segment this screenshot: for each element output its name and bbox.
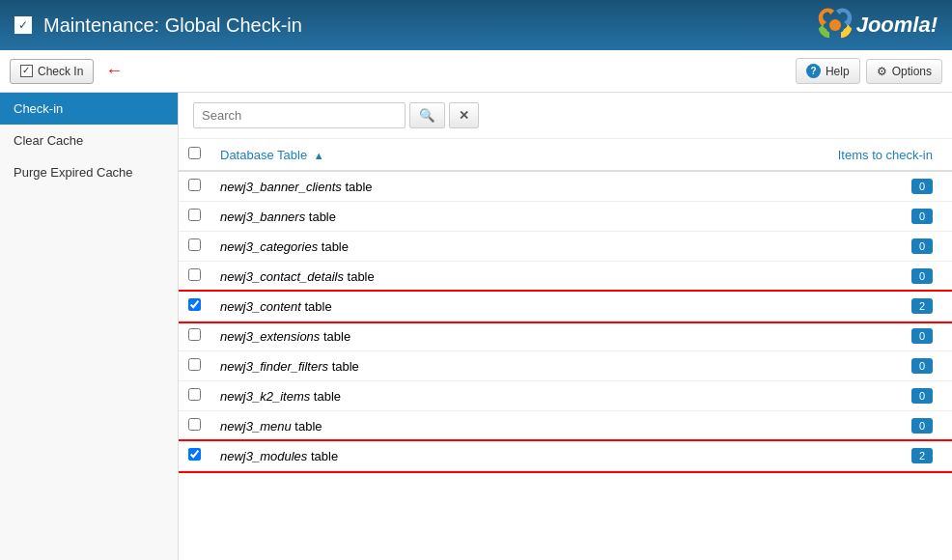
- row-db-name: newj3_modules table: [210, 441, 643, 471]
- row-count-cell: 0: [643, 202, 952, 232]
- row-checkbox[interactable]: [188, 298, 201, 311]
- help-label: Help: [826, 65, 850, 78]
- table-suffix: table: [310, 389, 341, 404]
- sidebar: Check-in Clear Cache Purge Expired Cache: [0, 93, 179, 560]
- search-bar: 🔍 ✕: [179, 93, 952, 139]
- row-checkbox[interactable]: [188, 179, 201, 191]
- header-checkbox-icon: ✓: [14, 16, 32, 34]
- table-suffix: table: [328, 359, 359, 374]
- options-button[interactable]: ⚙ Options: [866, 59, 942, 84]
- row-count-cell: 2: [643, 292, 952, 322]
- row-checkbox[interactable]: [188, 388, 201, 401]
- table-name-text: newj3_k2_items: [220, 389, 310, 404]
- table-name-text: newj3_menu: [220, 419, 292, 434]
- count-badge: 2: [911, 298, 933, 314]
- row-count-cell: 0: [643, 381, 952, 411]
- help-button[interactable]: ? Help: [796, 58, 860, 84]
- count-badge: 0: [911, 238, 933, 254]
- row-count-cell: 2: [643, 441, 952, 471]
- row-count-cell: 0: [643, 232, 952, 262]
- table-row: newj3_extensions table0: [179, 322, 952, 351]
- row-checkbox-cell: [179, 381, 210, 411]
- toolbar-right: ? Help ⚙ Options: [796, 58, 942, 84]
- count-badge: 0: [911, 328, 933, 344]
- table-suffix: table: [320, 329, 350, 344]
- row-count-cell: 0: [643, 262, 952, 292]
- col-header-db[interactable]: Database Table ▲: [210, 139, 643, 171]
- table-suffix: table: [307, 449, 338, 463]
- row-checkbox[interactable]: [188, 448, 201, 461]
- table-row: newj3_content table2: [179, 292, 952, 322]
- count-badge: 0: [911, 388, 933, 404]
- row-checkbox-cell: [179, 441, 210, 471]
- table-name-text: newj3_content: [220, 299, 301, 314]
- help-icon: ?: [806, 64, 821, 78]
- sidebar-item-purge-expired[interactable]: Purge Expired Cache: [0, 156, 178, 188]
- table-row: newj3_categories table0: [179, 232, 952, 262]
- clear-icon: ✕: [459, 108, 469, 123]
- select-all-checkbox[interactable]: [188, 147, 201, 159]
- table-row: newj3_banners table0: [179, 202, 952, 232]
- checkin-button[interactable]: ✓ Check In: [10, 59, 94, 84]
- table-row: newj3_k2_items table0: [179, 381, 952, 411]
- row-checkbox[interactable]: [188, 268, 201, 281]
- row-checkbox-cell: [179, 411, 210, 441]
- table-name-text: newj3_contact_details: [220, 269, 344, 284]
- row-checkbox-cell: [179, 322, 210, 351]
- count-badge: 0: [911, 358, 933, 374]
- col-header-checkbox[interactable]: [179, 139, 210, 171]
- table-name-text: newj3_modules: [220, 449, 307, 463]
- row-count-cell: 0: [643, 351, 952, 381]
- table-name-text: newj3_banner_clients: [220, 180, 342, 194]
- row-db-name: newj3_menu table: [210, 411, 643, 441]
- row-checkbox[interactable]: [188, 358, 201, 371]
- table-name-text: newj3_banners: [220, 210, 305, 224]
- row-count-cell: 0: [643, 171, 952, 202]
- table-suffix: table: [342, 180, 373, 194]
- header-left: ✓ Maintenance: Global Check-in: [14, 14, 302, 37]
- table-suffix: table: [292, 419, 322, 434]
- clear-search-button[interactable]: ✕: [449, 102, 479, 128]
- row-db-name: newj3_content table: [210, 292, 643, 322]
- joomla-logo: Joomla!: [818, 8, 938, 42]
- col-db-label: Database Table: [220, 148, 307, 162]
- count-badge: 0: [911, 418, 933, 434]
- table-row: newj3_menu table0: [179, 411, 952, 441]
- row-count-cell: 0: [643, 322, 952, 351]
- sidebar-item-label: Purge Expired Cache: [14, 165, 133, 180]
- joomla-icon: [818, 8, 853, 42]
- sidebar-item-clear-cache[interactable]: Clear Cache: [0, 125, 178, 156]
- sidebar-item-label: Check-in: [14, 101, 63, 116]
- row-checkbox-cell: [179, 202, 210, 232]
- search-input[interactable]: [193, 102, 406, 128]
- row-db-name: newj3_finder_filters table: [210, 351, 643, 381]
- row-checkbox[interactable]: [188, 328, 201, 341]
- row-checkbox-cell: [179, 292, 210, 322]
- row-checkbox[interactable]: [188, 209, 201, 221]
- table-row: newj3_finder_filters table0: [179, 351, 952, 381]
- row-checkbox[interactable]: [188, 418, 201, 431]
- row-count-cell: 0: [643, 411, 952, 441]
- row-checkbox[interactable]: [188, 238, 201, 251]
- row-db-name: newj3_categories table: [210, 232, 643, 262]
- row-db-name: newj3_k2_items table: [210, 381, 643, 411]
- table-row: newj3_banner_clients table0: [179, 171, 952, 202]
- table-body: newj3_banner_clients table0newj3_banners…: [179, 171, 952, 471]
- database-table: Database Table ▲ Items to check-in newj3…: [179, 139, 952, 471]
- sidebar-item-label: Clear Cache: [14, 133, 83, 148]
- table-name-text: newj3_categories: [220, 239, 318, 254]
- row-checkbox-cell: [179, 232, 210, 262]
- count-badge: 2: [911, 448, 933, 463]
- count-badge: 0: [911, 179, 933, 194]
- table-row: newj3_contact_details table0: [179, 262, 952, 292]
- checkin-label: Check In: [38, 65, 83, 78]
- row-db-name: newj3_contact_details table: [210, 262, 643, 292]
- toolbar-left: ✓ Check In ←: [10, 59, 123, 84]
- svg-point-0: [829, 19, 841, 31]
- table-header-row: Database Table ▲ Items to check-in: [179, 139, 952, 171]
- search-button[interactable]: 🔍: [409, 102, 445, 128]
- toolbar: ✓ Check In ← ? Help ⚙ Options: [0, 50, 952, 93]
- gear-icon: ⚙: [877, 65, 887, 78]
- sidebar-item-check-in[interactable]: Check-in: [0, 93, 178, 125]
- count-badge: 0: [911, 209, 933, 224]
